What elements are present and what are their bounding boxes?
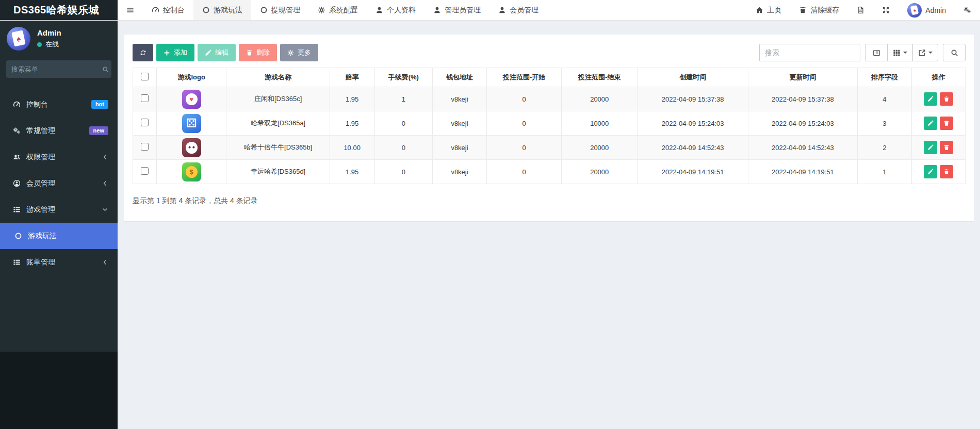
- sidebar-item-general-manage[interactable]: 常规管理 new: [0, 118, 118, 144]
- cell-updated: 2022-04-09 14:19:51: [748, 160, 857, 184]
- edit-button-label: 编辑: [215, 48, 228, 57]
- nav-item-profile[interactable]: 个人资料: [367, 0, 424, 20]
- sidebar-item-permission-manage[interactable]: 权限管理: [0, 144, 118, 170]
- sidebar-item-dashboard[interactable]: 控制台 hot: [0, 91, 118, 118]
- row-edit-button[interactable]: [924, 92, 937, 106]
- cell-bet-end: 20000: [562, 160, 638, 184]
- export-button[interactable]: [913, 44, 938, 61]
- nav-label: 主页: [767, 6, 781, 15]
- row-delete-button[interactable]: [940, 117, 953, 130]
- cell-updated: 2022-04-09 15:37:38: [748, 87, 857, 111]
- nav-item-system-config[interactable]: 系统配置: [309, 0, 367, 20]
- row-checkbox[interactable]: [141, 167, 149, 175]
- nav-item-member-manage[interactable]: 会员管理: [489, 0, 547, 20]
- more-button-label: 更多: [298, 48, 311, 57]
- user-icon: [375, 6, 383, 14]
- refresh-button[interactable]: [133, 44, 153, 61]
- cell-bet-end: 20000: [562, 87, 638, 111]
- sidebar: Admin 在线 控制台 hot: [0, 21, 118, 429]
- top-header: DS365哈希娱乐城 控制台 游戏玩法 提现管理 系统配置: [0, 0, 980, 21]
- edit-button[interactable]: 编辑: [198, 44, 236, 61]
- add-button[interactable]: 添加: [156, 44, 194, 61]
- brand-logo[interactable]: DS365哈希娱乐城: [0, 0, 118, 20]
- status-label: 在线: [45, 40, 59, 49]
- sidebar-user-avatar[interactable]: [7, 27, 30, 51]
- pencil-icon: [927, 120, 934, 126]
- row-checkbox[interactable]: [141, 143, 149, 151]
- cell-fee: 0: [374, 136, 433, 160]
- sidebar-item-label: 常规管理: [26, 126, 55, 136]
- sidebar-item-label: 控制台: [26, 100, 48, 109]
- list-icon: [13, 258, 21, 266]
- main-content: 添加 编辑 删除 更多: [118, 21, 980, 429]
- row-checkbox[interactable]: [141, 119, 149, 126]
- brand-title: DS365哈希娱乐城: [13, 3, 99, 17]
- cell-fee: 0: [374, 160, 433, 184]
- select-all-checkbox[interactable]: [141, 73, 149, 80]
- plus-icon: [164, 50, 170, 56]
- sidebar-item-game-manage[interactable]: 游戏管理: [0, 196, 118, 223]
- delete-button-label: 删除: [256, 48, 270, 57]
- cell-fee: 0: [374, 111, 433, 136]
- row-edit-button[interactable]: [924, 165, 937, 178]
- nav-label: 提现管理: [271, 6, 300, 15]
- top-nav-right: 主页 清除缓存 Admin: [747, 0, 980, 20]
- nav-item-game-play[interactable]: 游戏玩法: [193, 0, 251, 20]
- trash-icon: [943, 169, 950, 175]
- cell-odds: 1.95: [330, 111, 374, 136]
- column-header: 操作: [912, 68, 966, 87]
- nav-user-menu[interactable]: Admin: [899, 0, 955, 20]
- game-logo: [182, 138, 201, 157]
- table-row: 哈希十倍牛牛[DS365b] 10.00 0 v8keji 0 20000 20…: [133, 136, 966, 160]
- cell-bet-start: 0: [486, 111, 562, 136]
- nav-fullscreen-button[interactable]: [873, 0, 899, 20]
- gear-icon: [287, 50, 294, 56]
- sidebar-item-member-manage[interactable]: 会员管理: [0, 170, 118, 196]
- top-nav: 控制台 游戏玩法 提现管理 系统配置 个人资料 管理员管理: [118, 0, 980, 20]
- sidebar-search-input[interactable]: [11, 65, 102, 73]
- row-delete-button[interactable]: [940, 141, 953, 154]
- hamburger-icon: [126, 6, 134, 14]
- grid-icon: [893, 49, 901, 57]
- table-toolbar: 添加 编辑 删除 更多: [133, 44, 966, 61]
- nav-item-dashboard[interactable]: 控制台: [143, 0, 193, 20]
- row-edit-button[interactable]: [924, 117, 937, 130]
- circle-o-icon: [14, 232, 22, 240]
- app-window: DS365哈希娱乐城 控制台 游戏玩法 提现管理 系统配置: [0, 0, 980, 429]
- nav-item-withdraw[interactable]: 提现管理: [251, 0, 309, 20]
- new-badge: new: [89, 126, 108, 135]
- detail-view-button[interactable]: [865, 44, 888, 61]
- sidebar-toggle-button[interactable]: [118, 0, 143, 20]
- delete-button[interactable]: 删除: [239, 44, 277, 61]
- columns-button[interactable]: [888, 44, 913, 61]
- column-header: 钱包地址: [433, 68, 487, 87]
- nav-home-button[interactable]: 主页: [747, 0, 790, 20]
- user-circle-icon: [13, 179, 21, 187]
- row-delete-button[interactable]: [940, 165, 953, 178]
- cogs-icon: [13, 127, 21, 135]
- nav-label: 控制台: [163, 6, 185, 15]
- game-logo: [182, 90, 201, 109]
- pencil-icon: [927, 144, 934, 151]
- nav-clear-cache-button[interactable]: 清除缓存: [790, 0, 848, 20]
- nav-settings-button[interactable]: [955, 0, 980, 20]
- sidebar-user-panel: Admin 在线: [0, 21, 118, 56]
- more-button[interactable]: 更多: [280, 44, 318, 61]
- row-delete-button[interactable]: [940, 92, 953, 106]
- nav-item-admin-manage[interactable]: 管理员管理: [424, 0, 489, 20]
- row-checkbox[interactable]: [141, 94, 149, 102]
- search-button[interactable]: [943, 44, 966, 61]
- sidebar-item-bill-manage[interactable]: 账单管理: [0, 249, 118, 275]
- nav-file-button[interactable]: [848, 0, 873, 20]
- cell-created: 2022-04-09 15:37:38: [638, 87, 748, 111]
- cell-bet-start: 0: [486, 87, 562, 111]
- main-layout: Admin 在线 控制台 hot: [0, 21, 980, 429]
- sidebar-subitem-game-play[interactable]: 游戏玩法: [0, 223, 118, 249]
- cell-bet-start: 0: [486, 160, 562, 184]
- user-icon: [498, 6, 506, 14]
- game-logo: [182, 114, 201, 133]
- view-button-group: [865, 44, 938, 61]
- cell-odds: 1.95: [330, 160, 374, 184]
- row-edit-button[interactable]: [924, 141, 937, 154]
- table-search-input[interactable]: [759, 44, 860, 61]
